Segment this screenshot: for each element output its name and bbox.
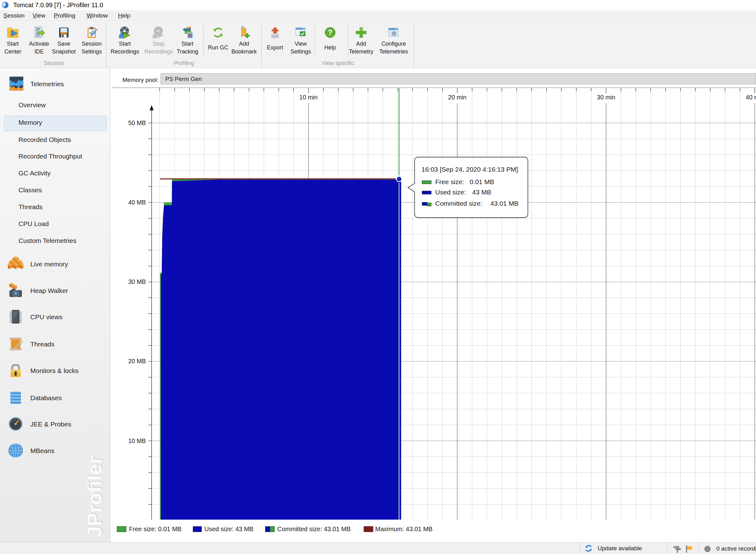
svg-text:20 min: 20 min [448,94,466,101]
svg-text:Maximum: 43.01 MB: Maximum: 43.01 MB [375,525,433,533]
svg-text:30 MB: 30 MB [128,278,146,285]
svg-text:Committed size: 43.01 MB: Committed size: 43.01 MB [277,525,351,533]
svg-text:50 MB: 50 MB [128,119,146,126]
svg-text:43 MB: 43 MB [472,188,491,196]
svg-text:Free size:: Free size: [435,178,464,185]
svg-text:Free size: 0.01 MB: Free size: 0.01 MB [129,525,182,533]
svg-text:16:03 [Sep 24, 2020 4:16:13 PM: 16:03 [Sep 24, 2020 4:16:13 PM] [421,166,518,173]
svg-text:Used size:: Used size: [435,188,466,196]
svg-text:43.01 MB: 43.01 MB [490,200,518,207]
svg-text:40 min: 40 min [746,94,756,101]
svg-text:20 MB: 20 MB [128,358,146,365]
svg-text:40 MB: 40 MB [128,199,146,206]
svg-text:10 MB: 10 MB [128,437,146,444]
svg-text:0.01 MB: 0.01 MB [470,178,494,185]
svg-text:30 min: 30 min [597,94,615,101]
svg-text:Committed size:: Committed size: [435,200,483,207]
svg-text:10 min: 10 min [299,94,318,101]
svg-text:Used size: 43 MB: Used size: 43 MB [204,525,253,533]
